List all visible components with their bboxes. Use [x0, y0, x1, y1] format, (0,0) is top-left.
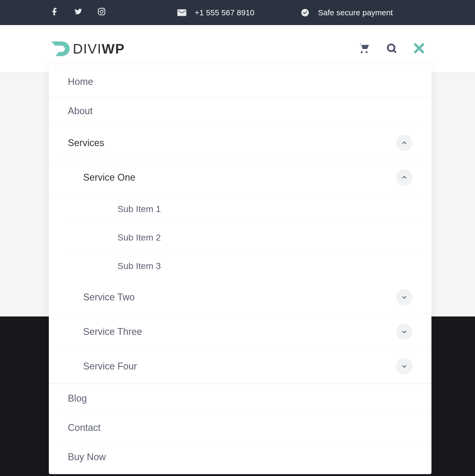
logo-text: DIVIWP	[73, 41, 125, 57]
nav-subsubitem-1[interactable]: Sub Item 1	[65, 195, 431, 223]
search-icon	[386, 42, 397, 54]
logo-text-part2: WP	[102, 41, 125, 56]
nav-subitem-service-two[interactable]: Service Two	[49, 280, 431, 315]
facebook-link[interactable]	[50, 7, 59, 18]
logo[interactable]: DIVIWP	[50, 38, 125, 59]
nav-subsubitem-3[interactable]: Sub Item 3	[65, 252, 431, 280]
nav-item-buy-now[interactable]: Buy Now	[49, 443, 431, 472]
chevron-down-icon	[401, 294, 407, 300]
nav-subsubitem-2[interactable]: Sub Item 2	[65, 223, 431, 252]
chevron-down-icon	[401, 363, 407, 369]
nav-subitem-service-one[interactable]: Service One	[49, 160, 431, 195]
nav-subsubitem-label: Sub Item 3	[117, 261, 161, 271]
service-one-submenu: Sub Item 1 Sub Item 2 Sub Item 3	[65, 195, 431, 280]
svg-point-0	[388, 44, 395, 51]
nav-subitem-service-four[interactable]: Service Four	[49, 349, 431, 383]
cart-button[interactable]	[358, 42, 370, 55]
nav-item-label: Services	[68, 137, 104, 148]
search-button[interactable]	[386, 42, 397, 55]
nav-subsubitem-label: Sub Item 1	[117, 204, 161, 214]
secure-payment-label: Safe secure payment	[318, 8, 393, 17]
topbar: +1 555 567 8910 Safe secure payment	[0, 0, 475, 25]
mobile-nav-menu: Home About Services Service One Sub Item…	[49, 65, 431, 474]
close-menu-button[interactable]	[413, 42, 425, 55]
mail-icon	[177, 9, 186, 16]
nav-subitem-service-three[interactable]: Service Three	[49, 315, 431, 349]
nav-subitem-label: Service One	[83, 172, 135, 183]
nav-item-label: About	[68, 105, 93, 117]
svg-line-1	[393, 50, 396, 52]
logo-mark-icon	[50, 38, 71, 59]
social-links	[50, 7, 106, 18]
twitter-link[interactable]	[74, 7, 83, 18]
nav-subitem-label: Service Two	[83, 292, 135, 303]
chevron-up-icon	[401, 174, 407, 181]
expand-toggle[interactable]	[396, 358, 412, 374]
nav-item-label: Home	[68, 76, 93, 87]
nav-item-label: Buy Now	[68, 451, 106, 463]
collapse-toggle[interactable]	[396, 169, 412, 186]
nav-item-services[interactable]: Services	[49, 126, 431, 160]
phone-number[interactable]: +1 555 567 8910	[195, 8, 254, 17]
cart-icon	[358, 42, 370, 54]
secure-payment: Safe secure payment	[301, 8, 393, 17]
expand-toggle[interactable]	[396, 289, 412, 305]
instagram-icon	[97, 7, 106, 16]
check-circle-icon	[301, 8, 310, 17]
nav-subitem-label: Service Four	[83, 361, 137, 372]
header-actions	[358, 42, 425, 55]
nav-item-home[interactable]: Home	[49, 67, 431, 97]
nav-item-label: Contact	[68, 422, 101, 433]
contact-info: +1 555 567 8910	[177, 8, 254, 17]
nav-item-contact[interactable]: Contact	[49, 413, 431, 443]
collapse-toggle[interactable]	[396, 135, 412, 151]
chevron-up-icon	[401, 140, 407, 146]
instagram-link[interactable]	[97, 7, 106, 18]
nav-item-about[interactable]: About	[49, 97, 431, 126]
nav-subitem-label: Service Three	[83, 326, 142, 337]
nav-item-blog[interactable]: Blog	[49, 384, 431, 413]
services-submenu: Service One Sub Item 1 Sub Item 2 Sub It…	[49, 160, 431, 384]
chevron-down-icon	[401, 329, 407, 335]
nav-subsubitem-label: Sub Item 2	[117, 232, 161, 243]
close-icon	[413, 42, 425, 54]
twitter-icon	[74, 7, 83, 16]
expand-toggle[interactable]	[396, 324, 412, 340]
nav-item-label: Blog	[68, 393, 87, 404]
facebook-icon	[50, 7, 59, 16]
logo-text-part1: DIVI	[73, 41, 102, 56]
